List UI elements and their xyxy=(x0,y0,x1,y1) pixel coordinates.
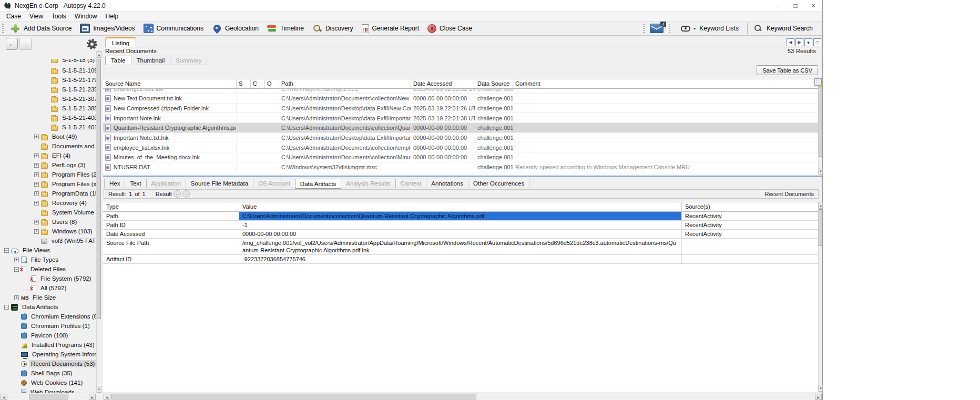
table-row[interactable]: NTUSER.DAT C:\Windows\system32\diskmgmt.… xyxy=(103,162,818,172)
next-result-icon[interactable]: → xyxy=(182,190,190,198)
tree-toggle-icon[interactable] xyxy=(34,191,39,196)
column-header-date-accessed[interactable]: Date Accessed xyxy=(411,79,475,88)
details-tab[interactable]: Analysis Results xyxy=(341,179,395,188)
tree-item[interactable]: File Views xyxy=(0,245,96,255)
menu-item[interactable]: Case xyxy=(2,12,25,21)
tree-item[interactable]: Data Artifacts xyxy=(0,302,96,312)
tree-item[interactable]: S-1-5-21-23544 xyxy=(0,85,96,94)
details-vertical-scrollbar[interactable]: ▲ ▼ xyxy=(818,202,822,392)
table-row[interactable]: New Text Document.txt.lnk C:\Users\Admin… xyxy=(103,94,818,104)
scroll-up-icon[interactable]: ▲ xyxy=(819,202,823,209)
eye-icon[interactable] xyxy=(681,26,690,32)
tree-item[interactable]: S-1-5-21-38539 xyxy=(0,104,96,113)
tree-item[interactable]: vol3 (Win95 FAT32 (0x xyxy=(0,236,96,245)
details-tab[interactable]: Text xyxy=(125,179,146,188)
tree-item[interactable]: Chromium Extensions (6) xyxy=(0,312,96,321)
menu-item[interactable]: Tools xyxy=(47,12,70,21)
scroll-down-icon[interactable]: ▼ xyxy=(819,168,823,175)
details-tab[interactable]: Application xyxy=(146,179,186,188)
sidebar-horizontal-scrollbar[interactable]: ◀ ▶ xyxy=(0,393,96,400)
tree-item[interactable]: Shell Bags (35) xyxy=(0,368,96,378)
table-row[interactable]: Quantum-Resistant Cryptographic Algorith… xyxy=(103,123,818,133)
tree-item[interactable]: Operating System Information ( xyxy=(0,350,96,359)
tree-toggle-icon[interactable] xyxy=(4,305,9,310)
scroll-down-icon[interactable]: ▼ xyxy=(97,386,101,393)
tree-toggle-icon[interactable] xyxy=(14,258,19,262)
toolbar-button[interactable]: Geolocation xyxy=(208,22,263,35)
back-button[interactable]: ← xyxy=(6,38,18,50)
column-header-path[interactable]: Path xyxy=(279,79,411,88)
table-row[interactable]: Challenge2.001.lnk C:\?no image\Challeng… xyxy=(103,89,818,94)
keyword-search-button[interactable]: Keyword Search xyxy=(767,25,813,32)
details-tab[interactable]: Context xyxy=(395,179,427,188)
details-tab[interactable]: Other Occurrences xyxy=(468,179,529,188)
column-header-s[interactable]: S xyxy=(237,79,251,88)
tree-item[interactable]: Users (8) xyxy=(0,217,96,227)
detail-row[interactable]: Path C:\Users\Administrator\Documents\co… xyxy=(103,212,818,221)
scroll-tabs-left-icon[interactable]: ◀ xyxy=(787,38,794,46)
keyword-lists-dropdown-icon[interactable]: ▾ xyxy=(693,26,696,31)
tree-item[interactable]: PerfLogs (3) xyxy=(0,160,96,170)
tree-item[interactable]: S-1-5-21-10926 xyxy=(0,66,96,75)
tab-list-dropdown-icon[interactable]: ▾ xyxy=(804,38,812,46)
detail-row[interactable]: Source File Path /img_challenge.001/vol_… xyxy=(103,239,818,255)
table-row[interactable]: Minutes_of_the_Meeting.docx.lnk C:\Users… xyxy=(103,152,818,162)
tree-item[interactable]: ProgramData (15) xyxy=(0,189,96,198)
tree-item[interactable]: File System (5792) xyxy=(0,274,96,283)
tree-item[interactable]: S-1-5-21-17969 xyxy=(0,75,96,85)
tree-item[interactable]: Chromium Profiles (1) xyxy=(0,321,96,331)
column-settings-icon[interactable] xyxy=(814,78,822,86)
toolbar-button[interactable]: Add Data Source xyxy=(7,22,76,35)
scrollbar-thumb[interactable] xyxy=(819,209,822,246)
sidebar-vertical-scrollbar[interactable]: ▲ ▼ xyxy=(96,51,101,393)
tree-item[interactable]: Web Cookies (141) xyxy=(0,378,96,387)
tree-item[interactable]: S-1-5-21-40141 xyxy=(0,122,96,132)
tree-item[interactable]: Recent Documents (53) xyxy=(0,359,96,368)
gear-icon[interactable] xyxy=(87,39,97,49)
column-header-value[interactable]: Value xyxy=(239,202,682,211)
column-header-data-source[interactable]: Data Source xyxy=(475,79,513,88)
tree-item[interactable]: Windows (103) xyxy=(0,227,96,236)
minimize-button[interactable]: – xyxy=(769,0,787,11)
mail-icon[interactable]: 4 xyxy=(650,24,663,33)
toolbar-button[interactable]: Images/Videos xyxy=(76,22,139,35)
tree-item[interactable]: System Volume Information xyxy=(0,208,96,217)
column-header-comment[interactable]: Comment xyxy=(513,79,818,88)
menu-item[interactable]: View xyxy=(25,12,47,21)
scroll-right-icon[interactable]: ▶ xyxy=(89,394,96,400)
scrollbar-thumb[interactable] xyxy=(111,394,476,399)
column-header-source-name[interactable]: Source Name xyxy=(103,79,237,88)
toolbar-button[interactable]: Timeline xyxy=(263,22,309,35)
maximize-button[interactable]: □ xyxy=(787,0,804,11)
tree-toggle-icon[interactable] xyxy=(34,201,39,206)
tree-toggle-icon[interactable] xyxy=(34,135,39,139)
tree-item[interactable]: S-1-5-21-30724 xyxy=(0,94,96,104)
tree-toggle-icon[interactable] xyxy=(14,295,19,300)
tree-item[interactable]: Boot (49) xyxy=(0,132,96,141)
scrollbar-thumb[interactable] xyxy=(819,86,822,157)
tree-item[interactable]: S-1-5-21-40076 xyxy=(0,113,96,122)
tree-item[interactable]: Recovery (4) xyxy=(0,198,96,208)
details-tab[interactable]: OS Account xyxy=(253,179,295,188)
search-icon[interactable] xyxy=(754,24,762,33)
keyword-lists-button[interactable]: Keyword Lists xyxy=(699,25,739,32)
table-row[interactable]: employee_list.xlsx.lnk C:\Users\Administ… xyxy=(103,142,818,152)
tree-item[interactable]: Program Files (22) xyxy=(0,170,96,179)
scroll-right-icon[interactable]: ▶ xyxy=(815,394,822,400)
detail-row[interactable]: Date Accessed 0000-00-00 00:00:00 Recent… xyxy=(103,230,818,239)
tree-toggle-icon[interactable] xyxy=(34,220,39,224)
details-tab[interactable]: Hex xyxy=(104,179,125,188)
tree-item[interactable]: Web Downloads xyxy=(0,387,96,393)
save-table-as-csv-button[interactable]: Save Table as CSV xyxy=(757,65,818,75)
column-header-type[interactable]: Type xyxy=(103,202,239,211)
scroll-up-icon[interactable]: ▲ xyxy=(97,51,101,58)
horizontal-splitter[interactable] xyxy=(103,176,822,177)
main-horizontal-scrollbar[interactable]: ◀ ▶ xyxy=(103,393,822,400)
tree-item[interactable]: Deleted Files xyxy=(0,264,96,274)
scroll-tabs-right-icon[interactable]: ▶ xyxy=(795,38,803,46)
tree-item[interactable]: EFI (4) xyxy=(0,151,96,160)
tree-item[interactable]: Documents and Settings xyxy=(0,141,96,151)
tree-toggle-icon[interactable] xyxy=(4,248,9,253)
detail-row[interactable]: Path ID -1 RecentActivity xyxy=(103,221,818,230)
menu-item[interactable]: Window xyxy=(70,12,101,21)
